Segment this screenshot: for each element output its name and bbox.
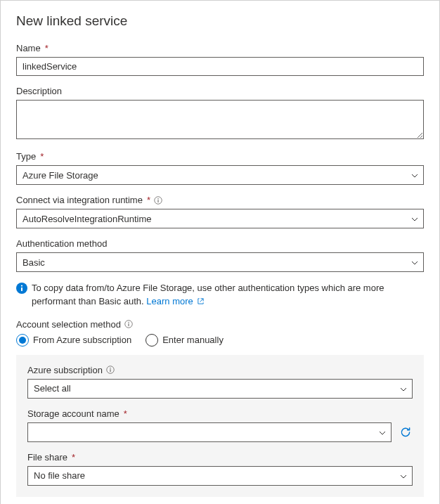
radio-from-label: From Azure subscription	[33, 335, 131, 345]
type-select[interactable]: Azure File Storage	[16, 165, 424, 185]
type-field-group: Type * Azure File Storage	[16, 151, 424, 185]
chevron-down-icon	[410, 215, 418, 222]
selection-method-label: Account selection method	[16, 319, 424, 330]
selection-method-text: Account selection method	[16, 319, 121, 330]
name-label-text: Name	[16, 43, 41, 53]
runtime-label-text: Connect via integration runtime	[16, 195, 143, 205]
auth-label: Authentication method	[16, 238, 424, 249]
chevron-down-icon	[378, 429, 385, 436]
chevron-down-icon	[399, 472, 406, 479]
subscription-select[interactable]: Select all	[27, 379, 413, 399]
svg-rect-5	[21, 287, 22, 292]
storage-account-select[interactable]	[27, 422, 392, 442]
subscription-field-group: Azure subscription Select all	[27, 365, 413, 399]
info-icon	[16, 283, 27, 294]
radio-icon	[16, 334, 29, 347]
new-linked-service-panel: New linked service Name * Description Ty…	[0, 0, 440, 504]
subscription-label: Azure subscription	[27, 365, 413, 375]
learn-more-link[interactable]: Learn more	[146, 296, 205, 306]
runtime-select[interactable]: AutoResolveIntegrationRuntime	[16, 209, 424, 228]
svg-point-1	[157, 198, 158, 199]
svg-point-4	[21, 285, 22, 287]
file-share-label: File share *	[27, 452, 413, 463]
storage-account-row	[27, 422, 413, 442]
type-label: Type *	[16, 151, 424, 162]
external-link-icon	[197, 296, 205, 309]
storage-account-label: Storage account name *	[27, 408, 413, 419]
required-indicator: *	[45, 43, 48, 53]
file-share-select[interactable]: No file share	[27, 466, 413, 486]
required-indicator: *	[72, 452, 75, 463]
chevron-down-icon	[410, 172, 418, 179]
name-input[interactable]	[16, 57, 424, 76]
chevron-down-icon	[410, 259, 418, 266]
storage-account-field-group: Storage account name *	[27, 408, 413, 442]
runtime-label: Connect via integration runtime *	[16, 195, 424, 205]
radio-enter-manually[interactable]: Enter manually	[145, 334, 224, 347]
info-icon[interactable]	[124, 319, 134, 329]
learn-more-text: Learn more	[146, 296, 193, 306]
info-text: To copy data from/to Azure File Storage,…	[32, 283, 384, 306]
selection-method-radios: From Azure subscription Enter manually	[16, 334, 424, 347]
chevron-down-icon	[399, 385, 406, 392]
required-indicator: *	[40, 151, 44, 162]
info-icon[interactable]	[105, 365, 115, 375]
name-label: Name *	[16, 43, 424, 53]
info-icon[interactable]	[153, 195, 163, 205]
description-field-group: Description	[16, 86, 424, 141]
info-banner: To copy data from/to Azure File Storage,…	[16, 282, 424, 309]
auth-value: Basic	[22, 257, 45, 268]
runtime-value: AutoResolveIntegrationRuntime	[22, 214, 152, 224]
file-share-field-group: File share * No file share	[27, 452, 413, 486]
storage-account-label-text: Storage account name	[27, 408, 119, 419]
radio-manual-label: Enter manually	[162, 335, 224, 345]
auth-select[interactable]: Basic	[16, 252, 424, 272]
type-value: Azure File Storage	[22, 170, 98, 181]
runtime-field-group: Connect via integration runtime * AutoRe…	[16, 195, 424, 228]
info-text-wrap: To copy data from/to Azure File Storage,…	[32, 282, 424, 309]
subscription-value: Select all	[34, 383, 71, 394]
svg-rect-2	[157, 200, 158, 202]
svg-point-7	[128, 322, 129, 323]
required-indicator: *	[147, 195, 150, 205]
auth-field-group: Authentication method Basic	[16, 238, 424, 272]
file-share-label-text: File share	[27, 452, 67, 463]
svg-rect-11	[110, 369, 110, 372]
svg-point-10	[110, 368, 110, 368]
description-input[interactable]	[16, 100, 424, 139]
required-indicator: *	[124, 408, 127, 419]
description-label: Description	[16, 86, 424, 96]
subscription-label-text: Azure subscription	[27, 365, 103, 375]
name-field-group: Name *	[16, 43, 424, 76]
type-label-text: Type	[16, 151, 36, 162]
radio-from-azure[interactable]: From Azure subscription	[16, 334, 131, 347]
file-share-value: No file share	[34, 470, 85, 481]
page-title: New linked service	[16, 13, 424, 29]
svg-rect-8	[128, 323, 129, 326]
azure-subscription-panel: Azure subscription Select all Storage ac…	[16, 355, 424, 497]
radio-icon	[145, 334, 158, 347]
refresh-button[interactable]	[399, 425, 413, 439]
